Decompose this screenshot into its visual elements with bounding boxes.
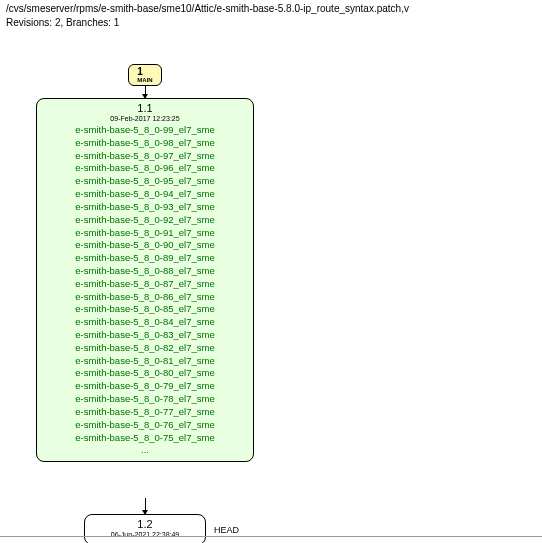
revision-tag: e-smith-base-5_8_0-91_el7_sme <box>43 227 247 240</box>
branch-node-label: 1 <box>137 67 152 77</box>
revision-tag: e-smith-base-5_8_0-80_el7_sme <box>43 367 247 380</box>
revision-tag: e-smith-base-5_8_0-99_el7_sme <box>43 124 247 137</box>
revision-tag: e-smith-base-5_8_0-90_el7_sme <box>43 239 247 252</box>
revision-tag: e-smith-base-5_8_0-77_el7_sme <box>43 406 247 419</box>
revision-tag: e-smith-base-5_8_0-75_el7_sme <box>43 432 247 445</box>
revision-tag: e-smith-base-5_8_0-96_el7_sme <box>43 162 247 175</box>
revision-tag-list: e-smith-base-5_8_0-99_el7_smee-smith-bas… <box>43 124 247 457</box>
revision-tag: e-smith-base-5_8_0-97_el7_sme <box>43 150 247 163</box>
revision-tag: e-smith-base-5_8_0-92_el7_sme <box>43 214 247 227</box>
branch-node-main[interactable]: 1 MAIN <box>128 64 162 86</box>
revision-tag: e-smith-base-5_8_0-81_el7_sme <box>43 355 247 368</box>
revision-tag: e-smith-base-5_8_0-98_el7_sme <box>43 137 247 150</box>
header-revisions: Revisions: 2, Branches: 1 <box>0 17 542 34</box>
divider <box>0 536 542 537</box>
revision-title: 1.2 <box>91 517 199 531</box>
revision-tag: e-smith-base-5_8_0-79_el7_sme <box>43 380 247 393</box>
revision-tag: e-smith-base-5_8_0-83_el7_sme <box>43 329 247 342</box>
revision-tag: e-smith-base-5_8_0-93_el7_sme <box>43 201 247 214</box>
head-label: HEAD <box>214 525 239 535</box>
revision-tag: e-smith-base-5_8_0-85_el7_sme <box>43 303 247 316</box>
revision-title: 1.1 <box>43 101 247 115</box>
revision-tag: e-smith-base-5_8_0-95_el7_sme <box>43 175 247 188</box>
revision-tag: ... <box>43 444 247 457</box>
header-path: /cvs/smeserver/rpms/e-smith-base/sme10/A… <box>0 0 542 17</box>
revision-tag: e-smith-base-5_8_0-86_el7_sme <box>43 291 247 304</box>
revision-tag: e-smith-base-5_8_0-84_el7_sme <box>43 316 247 329</box>
revision-node-1-2[interactable]: 1.2 06-Jun-2021 22:38:49 <box>84 514 206 543</box>
revision-date: 09-Feb-2017 12:23:25 <box>43 115 247 124</box>
revision-tag: e-smith-base-5_8_0-88_el7_sme <box>43 265 247 278</box>
branch-node-name: MAIN <box>137 77 152 83</box>
revision-node-1-1[interactable]: 1.1 09-Feb-2017 12:23:25 e-smith-base-5_… <box>36 98 254 462</box>
revision-tag: e-smith-base-5_8_0-87_el7_sme <box>43 278 247 291</box>
revision-tag: e-smith-base-5_8_0-76_el7_sme <box>43 419 247 432</box>
revision-tag: e-smith-base-5_8_0-82_el7_sme <box>43 342 247 355</box>
revision-tag: e-smith-base-5_8_0-94_el7_sme <box>43 188 247 201</box>
revision-tag: e-smith-base-5_8_0-89_el7_sme <box>43 252 247 265</box>
revision-tag: e-smith-base-5_8_0-78_el7_sme <box>43 393 247 406</box>
